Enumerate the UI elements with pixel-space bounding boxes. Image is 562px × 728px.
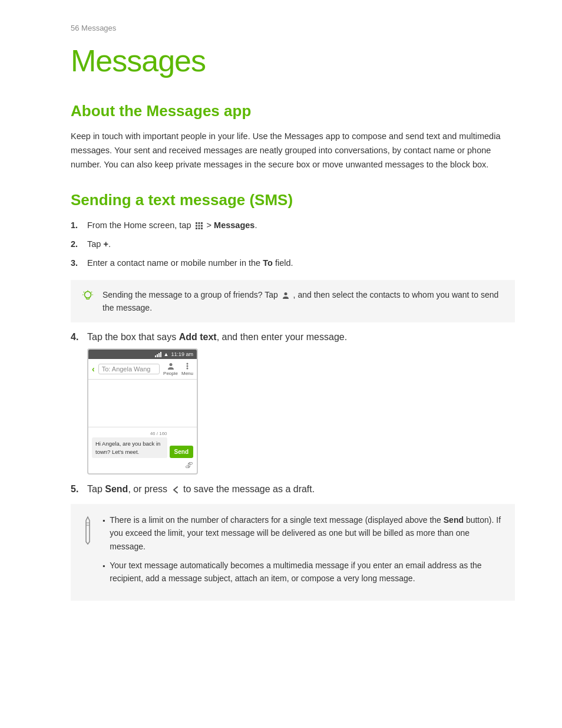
- steps-list: 1. From the Home screen, tap > Messages.: [71, 219, 515, 271]
- back-chevron-icon: [171, 486, 180, 494]
- note-2: Your text message automatically becomes …: [103, 559, 504, 585]
- status-time: 11:19 am: [171, 351, 193, 357]
- svg-rect-1: [198, 222, 200, 224]
- svg-point-19: [186, 365, 188, 367]
- phone-header: ‹ To: Angela Wang People Menu: [88, 359, 197, 380]
- step-2-plus: +: [103, 239, 108, 249]
- step-4-row: 4. Tap the box that says Add text, and t…: [71, 332, 515, 342]
- step-1-bold: Messages: [214, 220, 254, 230]
- note-1: There is a limit on the number of charac…: [103, 513, 504, 553]
- phone-status-bar: ▲ 11:19 am: [88, 350, 197, 359]
- grid-icon: [195, 222, 203, 230]
- section1-body: Keep in touch with important people in y…: [71, 130, 515, 172]
- phone-back-btn: ‹: [92, 364, 95, 374]
- svg-line-12: [84, 291, 84, 292]
- notes-list: There is a limit on the number of charac…: [103, 513, 504, 591]
- step-5-bold: Send: [105, 484, 128, 494]
- note-2-text: Your text message automatically becomes …: [110, 559, 504, 585]
- svg-point-9: [85, 291, 91, 298]
- breadcrumb: 56 Messages: [71, 24, 515, 32]
- svg-point-17: [169, 363, 172, 366]
- svg-point-18: [186, 363, 188, 365]
- phone-send-btn: Send: [170, 446, 193, 458]
- note-pencil-icon: [81, 516, 94, 545]
- phone-people-btn: People: [163, 362, 178, 376]
- phone-body: [88, 380, 197, 427]
- phone-attach-icon: 🖇: [185, 460, 193, 470]
- phone-mockup: ▲ 11:19 am ‹ To: Angela Wang People Menu: [87, 348, 198, 475]
- step-4-num: 4.: [71, 332, 82, 342]
- phone-menu-label: Menu: [181, 371, 193, 376]
- svg-rect-4: [198, 225, 200, 226]
- phone-text-box-col: 46 / 160 Hi Angela, are you back in town…: [92, 431, 167, 458]
- step-3-text: Enter a contact name or mobile number in…: [87, 256, 515, 271]
- section-sms: Sending a text message (SMS) 1. From the…: [71, 191, 515, 601]
- phone-char-count: 46 / 160: [92, 431, 167, 436]
- step-2-num: 2.: [71, 238, 82, 252]
- step-3: 3. Enter a contact name or mobile number…: [71, 256, 515, 271]
- svg-rect-3: [196, 225, 197, 226]
- phone-text-input-row: 46 / 160 Hi Angela, are you back in town…: [92, 431, 193, 458]
- step-4-bold: Add text: [179, 332, 217, 342]
- svg-rect-7: [198, 228, 200, 229]
- svg-rect-8: [201, 228, 203, 229]
- section1-title: About the Messages app: [71, 102, 515, 120]
- step-5-text: Tap Send, or press to save the message a…: [87, 484, 515, 495]
- svg-line-13: [91, 291, 92, 292]
- step-2-text: Tap +.: [87, 238, 515, 252]
- phone-mockup-container: ▲ 11:19 am ‹ To: Angela Wang People Menu: [87, 348, 515, 475]
- step-5-num: 5.: [71, 484, 82, 495]
- step-4-text: Tap the box that says Add text, and then…: [87, 332, 515, 342]
- svg-rect-6: [196, 228, 197, 229]
- phone-people-label: People: [163, 371, 178, 376]
- svg-rect-0: [196, 222, 197, 224]
- tip-text: Sending the message to a group of friend…: [103, 288, 504, 315]
- phone-compose-area: 46 / 160 Hi Angela, are you back in town…: [88, 427, 197, 473]
- step-1-num: 1.: [71, 219, 82, 233]
- wifi-icon: ▲: [164, 351, 169, 357]
- phone-text-box: Hi Angela, are you back in town? Let's m…: [92, 437, 167, 458]
- notes-box: There is a limit on the number of charac…: [71, 504, 515, 601]
- phone-menu-btn: Menu: [181, 362, 193, 376]
- step-3-num: 3.: [71, 256, 82, 271]
- section-about: About the Messages app Keep in touch wit…: [71, 102, 515, 172]
- step-1: 1. From the Home screen, tap > Messages.: [71, 219, 515, 233]
- note-1-text: There is a limit on the number of charac…: [110, 513, 504, 553]
- step-3-bold: To: [263, 258, 273, 268]
- step-1-text: From the Home screen, tap > Messages.: [87, 219, 515, 233]
- phone-attach-row: 🖇: [92, 460, 193, 470]
- person-icon: [282, 291, 290, 299]
- step-5-row: 5. Tap Send, or press to save the messag…: [71, 484, 515, 495]
- step-2: 2. Tap +.: [71, 238, 515, 252]
- section2-title: Sending a text message (SMS): [71, 191, 515, 209]
- svg-rect-2: [201, 222, 203, 224]
- note-1-bold: Send: [444, 515, 464, 525]
- svg-rect-5: [201, 225, 203, 226]
- svg-point-16: [284, 292, 287, 295]
- phone-to-field: To: Angela Wang: [98, 364, 160, 374]
- svg-point-20: [186, 368, 188, 370]
- lightbulb-icon: [81, 289, 94, 302]
- signal-bars-icon: [155, 352, 161, 357]
- tip-box: Sending the message to a group of friend…: [71, 280, 515, 323]
- page-title: Messages: [71, 43, 515, 78]
